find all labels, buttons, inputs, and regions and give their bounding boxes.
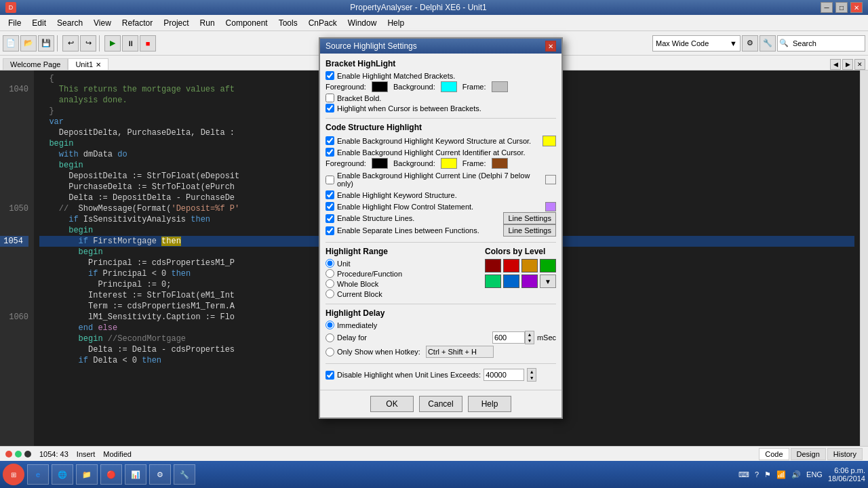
tab-scroll-right[interactable]: ▶: [842, 59, 853, 70]
threshold-spin-down-icon[interactable]: ▼: [528, 375, 536, 381]
save-btn[interactable]: 💾: [38, 35, 54, 52]
menu-cnpack[interactable]: CnPack: [303, 17, 342, 29]
code-style-dropdown[interactable]: Max Wide Code ▼: [652, 35, 741, 52]
line-settings-button-1[interactable]: Line Settings: [503, 212, 556, 224]
delay-value-input[interactable]: [492, 331, 525, 344]
menu-window[interactable]: Window: [342, 17, 382, 29]
open-btn[interactable]: 📂: [20, 35, 37, 52]
minimize-button[interactable]: ─: [821, 2, 833, 13]
play-indicator: [15, 451, 22, 458]
run-btn[interactable]: ▶: [104, 35, 121, 52]
more-colors-button[interactable]: ▼: [540, 274, 556, 288]
bracket-frame-color[interactable]: [492, 81, 508, 92]
threshold-spin[interactable]: ▲ ▼: [527, 368, 536, 382]
hotkey-input[interactable]: [426, 346, 494, 358]
stop-btn[interactable]: ■: [140, 35, 156, 52]
bg-current-line-checkbox-row: Enable Background Highlight Current Line…: [326, 171, 545, 188]
start-button[interactable]: ⊞: [3, 464, 24, 485]
dialog-close-button[interactable]: ✕: [545, 41, 556, 52]
tab-welcome[interactable]: Welcome Page: [3, 58, 68, 70]
struct-fg-color[interactable]: [372, 158, 388, 169]
range-procedure-radio[interactable]: [326, 269, 334, 278]
flow-color[interactable]: [545, 202, 556, 211]
bracket-bg-color[interactable]: [441, 81, 457, 92]
taskbar-app3[interactable]: ⚙: [149, 464, 171, 485]
menu-search[interactable]: Search: [52, 17, 88, 29]
taskbar-app1[interactable]: 🔴: [100, 464, 122, 485]
menu-run[interactable]: Run: [195, 17, 220, 29]
search-input[interactable]: [790, 39, 865, 47]
tab-code[interactable]: Code: [759, 448, 789, 460]
undo-btn[interactable]: ↩: [62, 35, 79, 52]
struct-bg-color[interactable]: [441, 158, 457, 169]
menu-tools[interactable]: Tools: [273, 17, 303, 29]
vertical-scrollbar[interactable]: [860, 70, 868, 473]
keyword-accent-color[interactable]: [542, 136, 556, 146]
spin-up-icon[interactable]: ▲: [526, 331, 534, 338]
structure-lines-checkbox[interactable]: [326, 214, 334, 223]
line-settings-button-2[interactable]: Line Settings: [503, 224, 556, 237]
tab-close-icon[interactable]: ✕: [96, 61, 101, 68]
delay-for-radio[interactable]: [326, 333, 334, 342]
highlight-range-right: Colors by Level ▼: [485, 247, 556, 300]
tab-unit1[interactable]: Unit1 ✕: [68, 58, 108, 70]
delay-spin[interactable]: ▲ ▼: [525, 331, 534, 344]
level-color-5[interactable]: [485, 274, 501, 288]
tab-history[interactable]: History: [827, 448, 863, 460]
bg-current-line-checkbox[interactable]: [326, 176, 334, 184]
range-current-block-radio[interactable]: [326, 289, 334, 298]
separate-lines-checkbox[interactable]: [326, 226, 334, 235]
bg-identifier-checkbox[interactable]: [326, 148, 334, 157]
threshold-input[interactable]: [484, 369, 524, 381]
chrome-icon: 🌐: [56, 468, 68, 481]
delay-immediately-radio[interactable]: [326, 321, 334, 329]
taskbar-chrome[interactable]: 🌐: [52, 464, 73, 485]
bracket-fg-color[interactable]: [372, 81, 388, 92]
menu-file[interactable]: File: [3, 17, 26, 29]
tab-design[interactable]: Design: [791, 448, 826, 460]
toolbar-icon1[interactable]: ⚙: [742, 35, 758, 52]
taskbar-app4[interactable]: 🔧: [174, 464, 195, 485]
menu-help[interactable]: Help: [382, 17, 410, 29]
enable-matched-brackets-checkbox[interactable]: [326, 71, 334, 80]
spin-down-icon[interactable]: ▼: [526, 338, 534, 344]
highlight-cursor-checkbox[interactable]: [326, 104, 334, 113]
modified-status: Modified: [103, 450, 132, 458]
range-unit-radio[interactable]: [326, 259, 334, 268]
level-color-3[interactable]: [521, 259, 538, 272]
close-button[interactable]: ✕: [850, 2, 863, 13]
maximize-button[interactable]: □: [835, 2, 848, 13]
level-color-1[interactable]: [485, 259, 501, 272]
bracket-bold-checkbox[interactable]: [326, 94, 334, 102]
struct-frame-color[interactable]: [492, 158, 508, 169]
level-color-2[interactable]: [503, 259, 519, 272]
taskbar-app2[interactable]: 📊: [125, 464, 146, 485]
menu-component[interactable]: Component: [220, 17, 273, 29]
redo-btn[interactable]: ↪: [80, 35, 96, 52]
only-show-radio[interactable]: [326, 348, 334, 357]
threshold-spin-up-icon[interactable]: ▲: [528, 369, 536, 375]
tab-scroll-left[interactable]: ◀: [830, 59, 841, 70]
taskbar-ie[interactable]: e: [27, 464, 49, 485]
level-color-6[interactable]: [503, 274, 519, 288]
cancel-button[interactable]: Cancel: [419, 396, 462, 412]
disable-highlight-checkbox[interactable]: [326, 371, 334, 380]
current-line-color[interactable]: [545, 175, 556, 184]
toolbar-icon2[interactable]: 🔧: [760, 35, 776, 52]
tab-close-all[interactable]: ✕: [854, 59, 865, 70]
menu-refactor[interactable]: Refactor: [117, 17, 158, 29]
menu-view[interactable]: View: [88, 17, 117, 29]
flow-control-checkbox[interactable]: [326, 202, 334, 211]
taskbar-folder[interactable]: 📁: [76, 464, 98, 485]
new-btn[interactable]: 📄: [3, 35, 19, 52]
ok-button[interactable]: OK: [370, 396, 414, 412]
level-color-4[interactable]: [540, 259, 556, 272]
keyword-structure-checkbox[interactable]: [326, 190, 334, 199]
bg-keyword-checkbox[interactable]: [326, 136, 334, 145]
level-color-7[interactable]: [521, 274, 538, 288]
menu-edit[interactable]: Edit: [26, 17, 52, 29]
range-whole-block-radio[interactable]: [326, 279, 334, 288]
pause-btn[interactable]: ⏸: [122, 35, 138, 52]
help-button[interactable]: Help: [468, 396, 511, 412]
menu-project[interactable]: Project: [158, 17, 194, 29]
